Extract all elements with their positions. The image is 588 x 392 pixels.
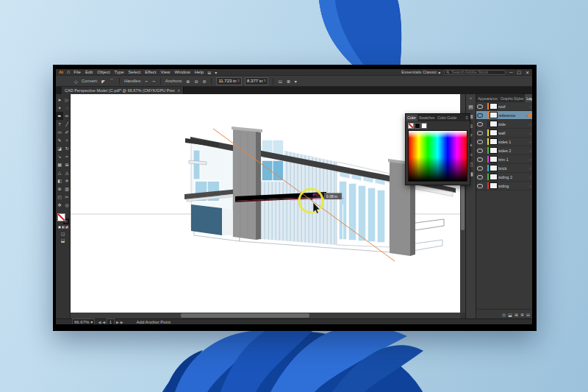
fill-stroke-widget[interactable] xyxy=(57,213,69,224)
hide-handles-icon[interactable]: ¬ xyxy=(151,79,156,83)
layer-row[interactable]: siding ○ xyxy=(476,182,532,190)
layer-name[interactable]: sides 2 xyxy=(498,149,528,153)
cut-path-icon[interactable]: ⊘ xyxy=(201,79,207,84)
visibility-eye-icon[interactable] xyxy=(477,175,483,179)
draw-mode-button[interactable]: ◲ xyxy=(61,231,65,236)
target-circle-icon[interactable]: ○ xyxy=(529,184,531,188)
last-artboard-icon[interactable]: ▶ xyxy=(121,320,123,324)
layer-name[interactable]: wall xyxy=(498,131,528,135)
transform-panel-icon[interactable]: ⊡ xyxy=(278,79,283,84)
prev-artboard-icon[interactable]: ◀ xyxy=(102,320,105,324)
layer-row[interactable]: side ○ xyxy=(476,120,532,129)
layers-footer-icon[interactable]: ⊕ xyxy=(520,312,524,317)
panel-tab[interactable]: Graphic Styles xyxy=(499,94,526,102)
artboard-number[interactable]: 1 xyxy=(107,318,115,324)
layer-row[interactable]: brick ○ xyxy=(476,164,532,173)
convert-smooth-icon[interactable]: ⌒ xyxy=(109,78,115,85)
tool-button[interactable]: ◌ xyxy=(63,104,71,112)
menu-item[interactable]: Object xyxy=(97,70,110,74)
arrange-documents-caret-icon[interactable]: ▾ xyxy=(215,70,217,75)
target-circle-icon[interactable]: ○ xyxy=(529,149,531,153)
layer-name[interactable]: siding 2 xyxy=(498,175,528,179)
black-swatch[interactable] xyxy=(415,123,420,129)
tab-close-icon[interactable]: ✕ xyxy=(177,88,180,93)
color-panel-tab[interactable]: Color Guide xyxy=(436,114,458,121)
tool-button[interactable]: ╱ xyxy=(63,120,71,128)
options-caret-icon[interactable]: ▾ xyxy=(294,79,298,84)
tool-button[interactable]: ▥ xyxy=(63,185,71,193)
horizontal-scrollbar[interactable] xyxy=(71,313,460,318)
menu-item[interactable]: Edit xyxy=(85,70,93,74)
layer-row[interactable]: sides 1 ○ xyxy=(476,138,532,146)
visibility-eye-icon[interactable] xyxy=(477,140,483,144)
visibility-eye-icon[interactable] xyxy=(477,166,483,171)
x-position-field[interactable]: 11.723 in ⇅ xyxy=(216,77,242,85)
layer-name[interactable]: roof xyxy=(498,104,528,109)
target-circle-icon[interactable]: ○ xyxy=(529,157,531,162)
screen-mode-button[interactable]: ⬓ xyxy=(61,238,65,243)
none-button[interactable] xyxy=(65,226,68,229)
tool-button[interactable]: ▷ xyxy=(63,96,71,104)
tool-button[interactable]: ◎ xyxy=(63,201,71,209)
layer-row[interactable]: roof ○ xyxy=(476,102,532,111)
search-input[interactable] xyxy=(451,70,503,74)
tool-button[interactable]: ✂ xyxy=(63,193,71,201)
fill-none-swatch[interactable] xyxy=(57,213,65,221)
document-tab[interactable]: CAD Perspective Model (C.pdf* @ 66.67% (… xyxy=(62,87,184,94)
stepper-icon[interactable]: ⇅ xyxy=(263,79,265,82)
target-circle-icon[interactable]: ○ xyxy=(529,140,531,144)
options-icon[interactable]: ≣ xyxy=(286,79,291,84)
maximize-button[interactable]: ☐ xyxy=(517,70,521,75)
layer-row[interactable]: siding 2 ○ xyxy=(476,173,532,182)
visibility-eye-icon[interactable] xyxy=(477,149,483,153)
tool-button[interactable]: ⊞ xyxy=(63,160,71,168)
layers-footer-icon[interactable]: ⬓ xyxy=(508,312,512,317)
layer-name[interactable]: trim 1 xyxy=(498,157,528,162)
target-circle-icon[interactable]: ○ xyxy=(529,175,531,179)
collapsed-panel-icon[interactable]: ▤ xyxy=(468,104,473,110)
color-spectrum[interactable] xyxy=(408,130,467,182)
tool-button[interactable]: T xyxy=(56,120,63,128)
layer-row[interactable]: trim 1 ○ xyxy=(476,155,532,164)
layer-name[interactable]: sides 1 xyxy=(498,140,528,144)
layer-name[interactable]: siding xyxy=(498,184,528,188)
remove-anchor-icon[interactable]: ⊖ xyxy=(193,79,198,84)
convert-corner-icon[interactable]: ◤ xyxy=(101,79,106,84)
show-handles-icon[interactable]: ⌐ xyxy=(145,79,149,83)
visibility-eye-icon[interactable] xyxy=(477,113,483,118)
add-anchor-icon[interactable]: ⊕ xyxy=(185,79,190,84)
tool-button[interactable]: ✦ xyxy=(56,104,63,112)
layers-footer-icon[interactable]: ◎ xyxy=(502,312,506,317)
tool-button[interactable]: ✛ xyxy=(63,177,71,185)
tool-button[interactable]: ⊕ xyxy=(56,185,63,193)
none-fill-swatch[interactable] xyxy=(408,123,414,129)
layer-name[interactable]: reference xyxy=(498,113,525,118)
tool-button[interactable]: ↻ xyxy=(63,144,71,152)
target-circle-icon[interactable]: ○ xyxy=(529,131,531,135)
visibility-eye-icon[interactable] xyxy=(477,122,483,126)
tool-button[interactable]: △ xyxy=(56,168,63,177)
tool-button[interactable]: ≈ xyxy=(63,152,71,160)
white-swatch[interactable] xyxy=(421,123,427,129)
tool-button[interactable]: ◪ xyxy=(56,144,63,152)
layer-row[interactable]: reference ○ xyxy=(476,111,532,120)
close-button[interactable]: ✕ xyxy=(526,70,529,75)
current-tool-display[interactable]: Add Anchor Point xyxy=(137,320,171,324)
layer-name[interactable]: side xyxy=(498,122,528,126)
color-button[interactable] xyxy=(58,226,61,229)
horizontal-scroll-thumb[interactable] xyxy=(181,313,309,318)
visibility-eye-icon[interactable] xyxy=(477,184,483,188)
tool-button[interactable]: ◬ xyxy=(63,168,71,177)
menu-item[interactable]: View xyxy=(161,70,171,74)
tool-button[interactable]: ↘ xyxy=(56,152,63,160)
next-artboard-icon[interactable]: ▶ xyxy=(116,320,119,324)
tool-button[interactable]: ◧ xyxy=(56,177,63,185)
tool-button[interactable]: ✐ xyxy=(63,128,71,136)
tool-button[interactable]: ◰ xyxy=(56,193,63,201)
tool-button[interactable]: ✏ xyxy=(63,112,71,120)
minimize-button[interactable]: ─ xyxy=(509,70,512,75)
target-circle-icon[interactable]: ○ xyxy=(526,113,528,118)
menu-item[interactable]: File xyxy=(74,70,81,74)
tool-button[interactable]: ✒ xyxy=(56,112,63,120)
zoom-level-select[interactable]: 66.67% ▾ xyxy=(72,318,95,324)
